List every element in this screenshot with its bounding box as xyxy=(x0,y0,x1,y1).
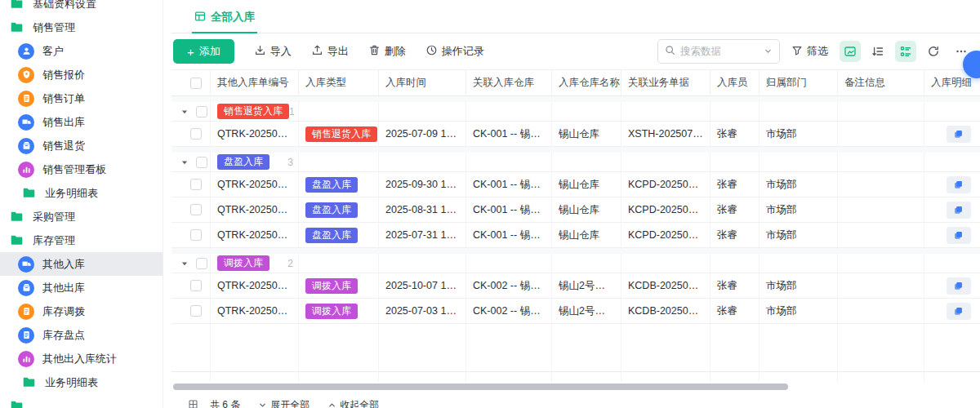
empty-cell xyxy=(466,324,552,371)
column-header-入库类型[interactable]: 入库类型 xyxy=(299,70,379,95)
table-row[interactable]: QTRK-20250709-003盘盈入库2025-07-31 15:41CK-… xyxy=(172,223,980,248)
group-empty-cell xyxy=(710,254,760,273)
inbound-detail-button[interactable] xyxy=(947,303,971,320)
group-count: 1 xyxy=(289,106,295,118)
cell-warehouse-name: 锡山仓库 xyxy=(552,172,621,197)
row-checkbox[interactable] xyxy=(190,229,202,241)
group-button[interactable] xyxy=(895,41,916,62)
table-row[interactable]: QTRK-20250709-002调拨入库2025-07-03 18:40CK-… xyxy=(172,299,980,324)
empty-cell xyxy=(760,324,838,371)
table-row[interactable]: QTRK-20250709-001销售退货入库2025-07-09 10:50C… xyxy=(172,122,980,147)
import-button[interactable]: 导入 xyxy=(254,44,292,59)
gallery-view-button[interactable] xyxy=(840,41,861,62)
collapse-all-button[interactable]: 收起全部 xyxy=(327,399,379,408)
inbound-detail-button[interactable] xyxy=(947,227,971,244)
row-height-button[interactable] xyxy=(867,41,889,62)
sidebar-item-库存调拨[interactable]: 库存调拨 xyxy=(0,299,163,323)
row-type-badge: 盘盈入库 xyxy=(305,202,358,218)
cell-time: 2025-07-31 15:41 xyxy=(379,223,466,247)
sidebar-item-采购管理[interactable]: 采购管理 xyxy=(0,205,163,228)
sidebar-item-库存盘点[interactable]: 库存盘点 xyxy=(0,323,163,347)
sidebar-item-其他入库[interactable]: 其他入库 xyxy=(0,252,163,276)
cell-operator: 张睿 xyxy=(710,273,760,298)
empty-cell xyxy=(172,324,211,371)
column-header-入库仓库名称[interactable]: 入库仓库名称 xyxy=(552,70,621,95)
column-header-入库员[interactable]: 入库员 xyxy=(710,70,760,95)
empty-cell xyxy=(838,324,924,371)
cell-type: 调拨入库 xyxy=(299,273,379,298)
group-empty-cell xyxy=(466,254,552,273)
sidebar-item-销售报价[interactable]: 销售报价 xyxy=(0,63,163,86)
sidebar-item-销售管理看板[interactable]: 销售管理看板 xyxy=(0,157,163,181)
sidebar-item-其他出库[interactable]: 其他出库 xyxy=(0,276,163,299)
operation-log-button[interactable]: 操作记录 xyxy=(425,44,484,59)
chevron-down-icon[interactable] xyxy=(764,44,773,59)
sidebar-item-label: 其他出库 xyxy=(42,281,85,295)
sidebar-item-partial[interactable] xyxy=(0,394,163,408)
group-empty-cell xyxy=(924,153,980,171)
sidebar-item-基础资料设置[interactable]: 基础资料设置 xyxy=(0,0,163,16)
empty-cell xyxy=(710,372,760,382)
sidebar-item-销售订单[interactable]: 销售订单 xyxy=(0,86,163,110)
empty-cell xyxy=(760,372,838,382)
inbound-detail-button[interactable] xyxy=(947,176,971,193)
column-header-备注信息[interactable]: 备注信息 xyxy=(838,70,924,95)
select-all-checkbox[interactable] xyxy=(190,78,202,89)
group-handle-cell xyxy=(172,102,211,121)
column-header-其他入库单编号[interactable]: 其他入库单编号 xyxy=(211,70,299,95)
truck-icon xyxy=(18,256,34,273)
column-header-归属部门[interactable]: 归属部门 xyxy=(760,70,838,95)
main-panel: 全部入库 + 添加 导入 导出 删除 xyxy=(172,0,980,408)
row-checkbox[interactable] xyxy=(190,128,202,140)
table-footer: 共 6 条 展开全部 收起全部 xyxy=(172,392,980,408)
sidebar-item-其他出入库统计[interactable]: 其他出入库统计 xyxy=(0,347,163,370)
row-checkbox-cell xyxy=(172,197,211,222)
search-input[interactable] xyxy=(680,46,759,57)
delete-button[interactable]: 删除 xyxy=(368,44,406,59)
column-header-关联业务单据[interactable]: 关联业务单据 xyxy=(621,70,710,95)
search-box[interactable] xyxy=(657,39,780,64)
sidebar-item-库存管理[interactable]: 库存管理 xyxy=(0,228,163,252)
add-button[interactable]: + 添加 xyxy=(173,39,234,64)
table-row[interactable]: QTRK-20250709-005盘盈入库2025-09-30 16:32CK-… xyxy=(172,172,980,197)
row-checkbox[interactable] xyxy=(190,280,202,291)
table-row[interactable]: QTRK-20250709-004盘盈入库2025-08-31 15:41CK-… xyxy=(172,197,980,223)
cell-warehouse: CK-001 -- 锡山仓库 xyxy=(466,197,552,222)
group-title-cell: 盘盈入库3 xyxy=(211,153,299,171)
column-header-入库时间[interactable]: 入库时间 xyxy=(379,70,466,95)
horizontal-scrollbar-thumb[interactable] xyxy=(173,384,788,390)
collapse-group-icon[interactable] xyxy=(180,108,189,116)
sidebar-item-客户[interactable]: 客户 xyxy=(0,39,163,63)
import-icon xyxy=(254,44,266,59)
inbound-detail-button[interactable] xyxy=(947,277,971,295)
sidebar-item-业务明细表[interactable]: 业务明细表 xyxy=(0,181,163,205)
group-checkbox[interactable] xyxy=(196,258,207,269)
row-checkbox[interactable] xyxy=(190,179,202,190)
group-empty-cell xyxy=(621,254,710,273)
cell-warehouse-name: 锡山仓库 xyxy=(552,223,621,247)
inbound-detail-button[interactable] xyxy=(947,126,971,143)
sidebar-item-销售出库[interactable]: 销售出库 xyxy=(0,110,163,134)
table-row[interactable]: QTRK-20250709-006调拨入库2025-10-07 16:58CK-… xyxy=(172,273,980,299)
folder-icon xyxy=(8,20,24,34)
column-header-关联入库仓库[interactable]: 关联入库仓库 xyxy=(466,70,552,95)
sidebar-item-业务明细表[interactable]: 业务明细表 xyxy=(0,370,163,394)
export-button[interactable]: 导出 xyxy=(311,44,349,59)
row-checkbox[interactable] xyxy=(190,305,202,317)
refresh-button[interactable] xyxy=(923,41,944,62)
sidebar-item-销售退货[interactable]: 销售退货 xyxy=(0,134,163,157)
inbound-detail-button[interactable] xyxy=(947,202,971,219)
group-empty-cell xyxy=(299,102,379,121)
filter-button[interactable]: 筛选 xyxy=(791,44,828,59)
group-checkbox[interactable] xyxy=(196,157,207,168)
tab-all-inbound[interactable]: 全部入库 xyxy=(192,10,257,33)
collapse-group-icon[interactable] xyxy=(180,158,189,166)
row-checkbox[interactable] xyxy=(190,204,202,215)
sidebar-item-销售管理[interactable]: 销售管理 xyxy=(0,16,163,39)
cell-warehouse-name: 锡山仓库 xyxy=(552,122,621,146)
empty-cell xyxy=(710,324,760,371)
group-checkbox[interactable] xyxy=(196,106,207,118)
expand-all-button[interactable]: 展开全部 xyxy=(258,399,310,408)
collapse-group-icon[interactable] xyxy=(180,259,189,268)
group-title-cell: 调拨入库2 xyxy=(211,254,299,273)
